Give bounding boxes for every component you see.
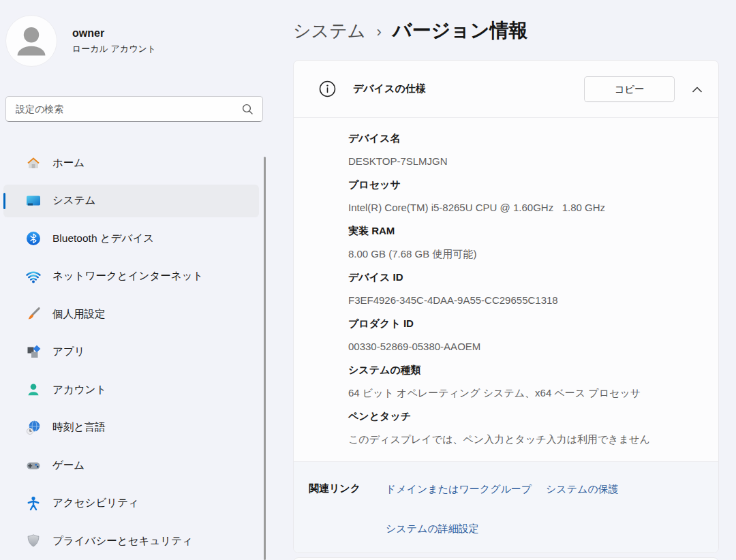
device-specs-title: デバイスの仕様	[353, 82, 426, 95]
sidebar-item-label: ゲーム	[52, 458, 85, 473]
spec-value: 64 ビット オペレーティング システム、x64 ベース プロセッサ	[348, 382, 698, 405]
sidebar-item-apps[interactable]: アプリ	[3, 336, 259, 369]
spec-label: プロセッサ	[348, 173, 698, 196]
spec-value: F3EF4926-345C-4DAA-9A55-CC29655C1318	[348, 289, 698, 312]
spec-label: デバイス名	[348, 127, 698, 150]
sidebar-item-personalization[interactable]: 個人用設定	[3, 298, 259, 330]
spec-value: このディスプレイでは、ペン入力とタッチ入力は利用できません	[348, 428, 698, 451]
home-icon	[25, 154, 42, 172]
main-content: システム › バージョン情報 デバイスの仕様 コピー デバイス名 DESKTOP…	[293, 0, 736, 560]
sidebar-item-label: 時刻と言語	[52, 420, 106, 435]
sidebar-item-label: アクセシビリティ	[52, 496, 139, 510]
spec-row: プロダクト ID 00330-52869-05380-AAOEM	[348, 312, 698, 358]
accounts-icon	[25, 381, 42, 399]
spec-value: 8.00 GB (7.68 GB 使用可能)	[348, 243, 698, 266]
breadcrumb-separator-icon: ›	[376, 23, 381, 41]
spec-label: デバイス ID	[348, 266, 698, 289]
sidebar-item-home[interactable]: ホーム	[3, 146, 259, 179]
info-icon	[318, 80, 337, 98]
sidebar-scrollbar[interactable]	[264, 157, 266, 560]
breadcrumb-system[interactable]: システム	[293, 19, 365, 43]
sidebar-item-label: Bluetooth とデバイス	[52, 232, 154, 246]
spec-value: 00330-52869-05380-AAOEM	[348, 335, 698, 358]
spec-row: プロセッサ Intel(R) Core(TM) i5-8265U CPU @ 1…	[348, 173, 698, 219]
settings-search-box[interactable]	[5, 96, 263, 122]
search-icon	[241, 102, 254, 116]
sidebar-item-label: アカウント	[52, 383, 106, 397]
related-links-title: 関連リンク	[309, 482, 361, 495]
spec-label: プロダクト ID	[348, 312, 698, 335]
settings-sidebar: owner ローカル アカウント ホーム	[0, 0, 267, 560]
network-icon	[25, 268, 42, 285]
bluetooth-icon	[25, 230, 42, 247]
spec-row: 実装 RAM 8.00 GB (7.68 GB 使用可能)	[348, 219, 698, 266]
time-language-icon	[25, 419, 42, 437]
sidebar-item-accessibility[interactable]: アクセシビリティ	[3, 487, 259, 520]
apps-icon	[25, 343, 42, 361]
sidebar-item-bluetooth-devices[interactable]: Bluetooth とデバイス	[3, 222, 259, 255]
spec-row: デバイス名 DESKTOP-7SLMJGN	[348, 127, 698, 173]
sidebar-nav: ホーム システム	[3, 146, 259, 560]
spec-row: デバイス ID F3EF4926-345C-4DAA-9A55-CC29655C…	[348, 266, 698, 312]
gaming-icon	[25, 456, 42, 474]
device-specs-header: デバイスの仕様 コピー	[294, 61, 718, 118]
sidebar-item-privacy-security[interactable]: プライバシーとセキュリティ	[3, 525, 259, 557]
device-specs-card: デバイスの仕様 コピー デバイス名 DESKTOP-7SLMJGN プロセッサ …	[293, 60, 719, 553]
person-icon	[6, 15, 57, 67]
user-account-block[interactable]: owner ローカル アカウント	[5, 14, 230, 68]
search-input[interactable]	[16, 104, 241, 114]
chevron-up-icon[interactable]	[690, 82, 705, 97]
sidebar-item-label: 個人用設定	[52, 307, 106, 322]
accessibility-icon	[25, 495, 42, 512]
sidebar-item-gaming[interactable]: ゲーム	[3, 449, 259, 482]
spec-row: システムの種類 64 ビット オペレーティング システム、x64 ベース プロセ…	[348, 358, 698, 405]
sidebar-item-system[interactable]: システム	[3, 185, 259, 217]
spec-value: DESKTOP-7SLMJGN	[348, 150, 698, 173]
copy-button[interactable]: コピー	[584, 76, 675, 102]
sidebar-item-network-internet[interactable]: ネットワークとインターネット	[3, 260, 259, 293]
sidebar-item-time-language[interactable]: 時刻と言語	[3, 411, 259, 444]
spec-label: システムの種類	[348, 358, 698, 382]
spec-row: ペンとタッチ このディスプレイでは、ペン入力とタッチ入力は利用できません	[348, 405, 698, 451]
spec-label: ペンとタッチ	[348, 405, 698, 428]
sidebar-item-label: ネットワークとインターネット	[52, 269, 203, 283]
sidebar-item-label: システム	[52, 193, 95, 208]
user-account-type: ローカル アカウント	[72, 43, 156, 55]
sidebar-item-label: ホーム	[52, 156, 85, 170]
system-icon	[25, 192, 42, 210]
privacy-shield-icon	[25, 532, 42, 550]
sidebar-item-accounts[interactable]: アカウント	[3, 373, 259, 406]
page-title: バージョン情報	[393, 18, 528, 44]
sidebar-item-label: アプリ	[52, 345, 85, 359]
next-expander-card-edge[interactable]	[293, 557, 719, 560]
spec-value: Intel(R) Core(TM) i5-8265U CPU @ 1.60GHz…	[348, 196, 698, 219]
link-system-protection[interactable]: システムの保護	[546, 483, 619, 496]
breadcrumb: システム › バージョン情報	[293, 18, 527, 44]
device-specs-body: デバイス名 DESKTOP-7SLMJGN プロセッサ Intel(R) Cor…	[294, 118, 718, 451]
personalization-icon	[25, 305, 42, 323]
user-name: owner	[72, 27, 156, 40]
spec-label: 実装 RAM	[348, 219, 698, 243]
sidebar-item-label: プライバシーとセキュリティ	[52, 534, 193, 548]
related-links-footer: 関連リンク ドメインまたはワークグループ システムの保護 システムの詳細設定	[294, 461, 718, 553]
avatar	[5, 15, 57, 67]
link-advanced-system-settings[interactable]: システムの詳細設定	[386, 523, 479, 535]
link-domain-workgroup[interactable]: ドメインまたはワークグループ	[386, 483, 532, 496]
